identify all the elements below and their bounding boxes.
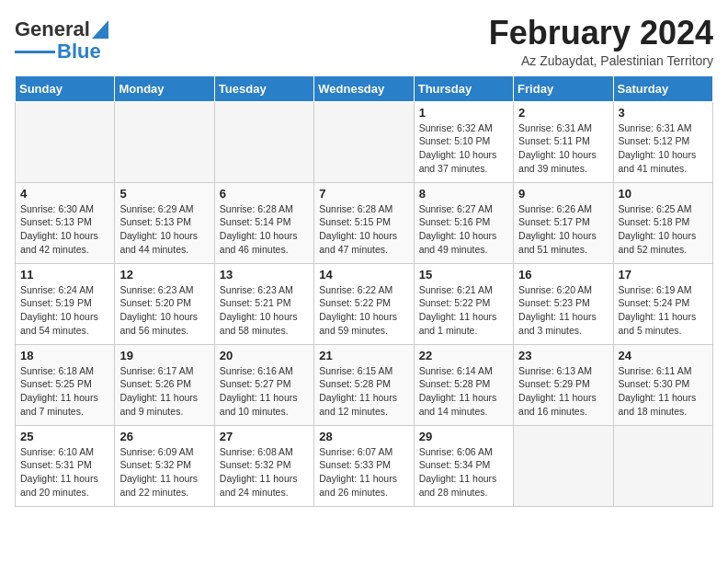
table-row: 24Sunrise: 6:11 AMSunset: 5:30 PMDayligh… [613, 344, 712, 425]
cell-info: Sunrise: 6:25 AMSunset: 5:18 PMDaylight:… [619, 202, 708, 257]
header: General Blue February 2024 Az Zubaydat, … [15, 15, 713, 68]
calendar-week-row: 1Sunrise: 6:32 AMSunset: 5:10 PMDaylight… [16, 101, 713, 182]
table-row [613, 425, 712, 506]
table-row [214, 101, 313, 182]
table-row [514, 425, 613, 506]
calendar-table: Sunday Monday Tuesday Wednesday Thursday… [15, 75, 713, 507]
day-number: 29 [419, 430, 508, 443]
title-area: February 2024 Az Zubaydat, Palestinian T… [489, 15, 713, 68]
day-number: 10 [619, 187, 708, 201]
table-row: 14Sunrise: 6:22 AMSunset: 5:22 PMDayligh… [314, 263, 414, 344]
table-row: 11Sunrise: 6:24 AMSunset: 5:19 PMDayligh… [16, 263, 115, 344]
day-number: 5 [119, 187, 209, 201]
cell-info: Sunrise: 6:14 AMSunset: 5:28 PMDaylight:… [419, 364, 508, 419]
logo-text-general: General [15, 18, 90, 40]
cell-info: Sunrise: 6:07 AMSunset: 5:33 PMDaylight:… [319, 445, 408, 500]
table-row: 8Sunrise: 6:27 AMSunset: 5:16 PMDaylight… [414, 182, 513, 263]
day-number: 13 [220, 268, 309, 282]
table-row: 3Sunrise: 6:31 AMSunset: 5:12 PMDaylight… [613, 101, 712, 182]
table-row: 2Sunrise: 6:31 AMSunset: 5:11 PMDaylight… [514, 101, 613, 182]
day-number: 14 [319, 268, 408, 282]
table-row: 6Sunrise: 6:28 AMSunset: 5:14 PMDaylight… [214, 182, 313, 263]
day-number: 18 [20, 349, 109, 362]
table-row: 27Sunrise: 6:08 AMSunset: 5:32 PMDayligh… [214, 425, 313, 506]
day-number: 11 [20, 268, 109, 282]
table-row [314, 101, 414, 182]
cell-info: Sunrise: 6:28 AMSunset: 5:14 PMDaylight:… [220, 202, 309, 257]
day-number: 7 [319, 187, 408, 201]
day-number: 27 [220, 430, 309, 443]
table-row: 28Sunrise: 6:07 AMSunset: 5:33 PMDayligh… [314, 425, 414, 506]
header-thursday: Thursday [414, 75, 513, 101]
cell-info: Sunrise: 6:22 AMSunset: 5:22 PMDaylight:… [319, 283, 408, 338]
table-row: 9Sunrise: 6:26 AMSunset: 5:17 PMDaylight… [514, 182, 613, 263]
day-number: 15 [419, 268, 508, 282]
day-number: 28 [319, 430, 408, 443]
cell-info: Sunrise: 6:26 AMSunset: 5:17 PMDaylight:… [518, 202, 608, 257]
svg-marker-0 [92, 20, 108, 39]
header-wednesday: Wednesday [314, 75, 414, 101]
day-number: 9 [518, 187, 608, 201]
day-number: 6 [220, 187, 309, 201]
cell-info: Sunrise: 6:24 AMSunset: 5:19 PMDaylight:… [20, 283, 109, 338]
cell-info: Sunrise: 6:19 AMSunset: 5:24 PMDaylight:… [619, 283, 708, 338]
table-row: 19Sunrise: 6:17 AMSunset: 5:26 PMDayligh… [115, 344, 214, 425]
table-row: 16Sunrise: 6:20 AMSunset: 5:23 PMDayligh… [514, 263, 613, 344]
location-subtitle: Az Zubaydat, Palestinian Territory [489, 53, 713, 68]
day-number: 12 [119, 268, 209, 282]
cell-info: Sunrise: 6:15 AMSunset: 5:28 PMDaylight:… [319, 364, 408, 419]
cell-info: Sunrise: 6:23 AMSunset: 5:20 PMDaylight:… [119, 283, 209, 338]
table-row: 26Sunrise: 6:09 AMSunset: 5:32 PMDayligh… [115, 425, 214, 506]
table-row: 10Sunrise: 6:25 AMSunset: 5:18 PMDayligh… [613, 182, 712, 263]
cell-info: Sunrise: 6:28 AMSunset: 5:15 PMDaylight:… [319, 202, 408, 257]
cell-info: Sunrise: 6:27 AMSunset: 5:16 PMDaylight:… [419, 202, 508, 257]
header-sunday: Sunday [16, 75, 115, 101]
table-row [16, 101, 115, 182]
table-row: 25Sunrise: 6:10 AMSunset: 5:31 PMDayligh… [16, 425, 115, 506]
day-number: 16 [518, 268, 608, 282]
cell-info: Sunrise: 6:09 AMSunset: 5:32 PMDaylight:… [119, 445, 209, 500]
table-row: 17Sunrise: 6:19 AMSunset: 5:24 PMDayligh… [613, 263, 712, 344]
table-row: 7Sunrise: 6:28 AMSunset: 5:15 PMDaylight… [314, 182, 414, 263]
day-number: 21 [319, 349, 408, 362]
day-number: 20 [220, 349, 309, 362]
table-row: 23Sunrise: 6:13 AMSunset: 5:29 PMDayligh… [514, 344, 613, 425]
cell-info: Sunrise: 6:11 AMSunset: 5:30 PMDaylight:… [619, 364, 708, 419]
logo-text-blue: Blue [57, 40, 101, 63]
table-row: 15Sunrise: 6:21 AMSunset: 5:22 PMDayligh… [414, 263, 513, 344]
table-row: 29Sunrise: 6:06 AMSunset: 5:34 PMDayligh… [414, 425, 513, 506]
cell-info: Sunrise: 6:17 AMSunset: 5:26 PMDaylight:… [119, 364, 209, 419]
calendar-week-row: 25Sunrise: 6:10 AMSunset: 5:31 PMDayligh… [16, 425, 713, 506]
table-row [115, 101, 214, 182]
cell-info: Sunrise: 6:20 AMSunset: 5:23 PMDaylight:… [518, 283, 608, 338]
cell-info: Sunrise: 6:18 AMSunset: 5:25 PMDaylight:… [20, 364, 109, 419]
day-number: 25 [20, 430, 109, 443]
day-number: 2 [518, 106, 608, 120]
day-number: 19 [119, 349, 209, 362]
header-tuesday: Tuesday [214, 75, 313, 101]
cell-info: Sunrise: 6:13 AMSunset: 5:29 PMDaylight:… [518, 364, 608, 419]
header-monday: Monday [115, 75, 214, 101]
cell-info: Sunrise: 6:23 AMSunset: 5:21 PMDaylight:… [220, 283, 309, 338]
calendar-week-row: 4Sunrise: 6:30 AMSunset: 5:13 PMDaylight… [16, 182, 713, 263]
calendar-week-row: 18Sunrise: 6:18 AMSunset: 5:25 PMDayligh… [16, 344, 713, 425]
day-number: 3 [619, 106, 708, 120]
day-number: 23 [518, 349, 608, 362]
cell-info: Sunrise: 6:10 AMSunset: 5:31 PMDaylight:… [20, 445, 109, 500]
day-number: 22 [419, 349, 508, 362]
month-title: February 2024 [489, 15, 713, 52]
table-row: 20Sunrise: 6:16 AMSunset: 5:27 PMDayligh… [214, 344, 313, 425]
cell-info: Sunrise: 6:06 AMSunset: 5:34 PMDaylight:… [419, 445, 508, 500]
cell-info: Sunrise: 6:32 AMSunset: 5:10 PMDaylight:… [419, 121, 508, 176]
cell-info: Sunrise: 6:08 AMSunset: 5:32 PMDaylight:… [220, 445, 309, 500]
logo-icon [92, 20, 108, 39]
table-row: 18Sunrise: 6:18 AMSunset: 5:25 PMDayligh… [16, 344, 115, 425]
calendar-week-row: 11Sunrise: 6:24 AMSunset: 5:19 PMDayligh… [16, 263, 713, 344]
table-row: 21Sunrise: 6:15 AMSunset: 5:28 PMDayligh… [314, 344, 414, 425]
day-number: 26 [119, 430, 209, 443]
header-friday: Friday [514, 75, 613, 101]
cell-info: Sunrise: 6:31 AMSunset: 5:11 PMDaylight:… [518, 121, 608, 176]
table-row: 1Sunrise: 6:32 AMSunset: 5:10 PMDaylight… [414, 101, 513, 182]
cell-info: Sunrise: 6:31 AMSunset: 5:12 PMDaylight:… [619, 121, 708, 176]
cell-info: Sunrise: 6:29 AMSunset: 5:13 PMDaylight:… [119, 202, 209, 257]
